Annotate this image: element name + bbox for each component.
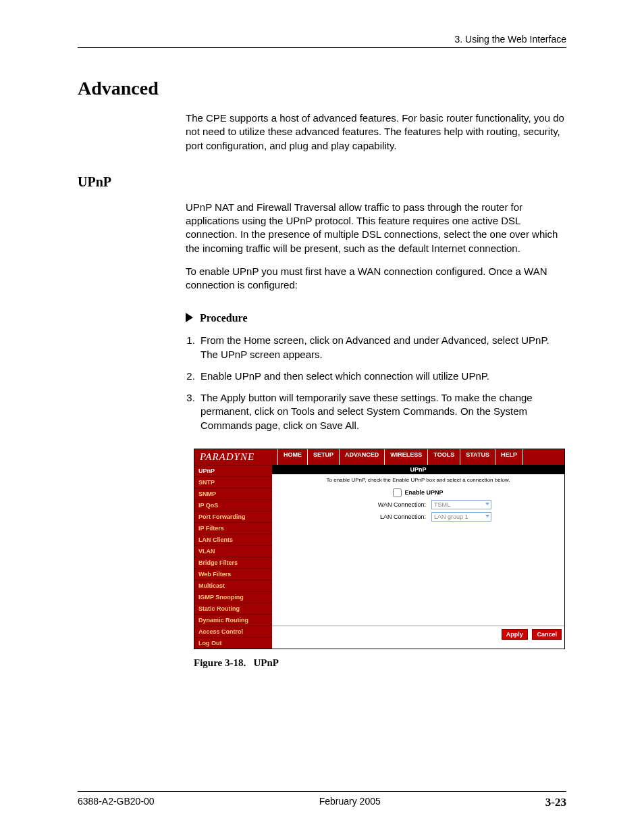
figure-title: UPnP [253, 657, 279, 668]
figure-caption: Figure 3-18. UPnP [194, 657, 566, 669]
tab-tools[interactable]: TOOLS [428, 449, 460, 465]
sidebar-item-multicast[interactable]: Multicast [194, 580, 272, 591]
sidebar-item-dynamic-routing[interactable]: Dynamic Routing [194, 614, 272, 626]
page-header: 3. Using the Web Interface [78, 34, 566, 48]
sidebar-item-upnp[interactable]: UPnP [194, 465, 272, 476]
upnp-paragraph-1: UPnP NAT and Firewall Traversal allow tr… [186, 201, 566, 255]
sidebar: UPnP SNTP SNMP IP QoS Port Forwarding IP… [194, 465, 272, 649]
procedure-list: From the Home screen, click on Advanced … [198, 334, 566, 432]
tab-home[interactable]: HOME [278, 449, 308, 465]
procedure-step: The Apply button will temporarily save t… [198, 391, 566, 432]
procedure-heading: Procedure [186, 312, 566, 324]
lan-connection-label: LAN Connection: [345, 513, 429, 520]
sidebar-item-log-out[interactable]: Log Out [194, 637, 272, 649]
triangle-icon [186, 313, 193, 322]
doc-number: 6388-A2-GB20-00 [78, 796, 155, 809]
sidebar-item-static-routing[interactable]: Static Routing [194, 603, 272, 614]
enable-upnp-checkbox[interactable] [393, 488, 402, 497]
doc-date: February 2005 [319, 796, 381, 809]
chapter-label: 3. Using the Web Interface [455, 34, 567, 45]
page-number: 3-23 [545, 796, 566, 809]
tab-wireless[interactable]: WIRELESS [385, 449, 428, 465]
pane-note: To enable UPnP, check the Enable UPnP bo… [272, 474, 564, 486]
sidebar-item-vlan[interactable]: VLAN [194, 545, 272, 557]
sidebar-item-snmp[interactable]: SNMP [194, 488, 272, 499]
intro-paragraph: The CPE supports a host of advanced feat… [186, 111, 566, 153]
cancel-button[interactable]: Cancel [532, 629, 562, 640]
logo: PARADYNE [194, 449, 278, 465]
apply-button[interactable]: Apply [502, 629, 528, 640]
tab-setup[interactable]: SETUP [308, 449, 340, 465]
sidebar-item-sntp[interactable]: SNTP [194, 476, 272, 488]
tab-help[interactable]: HELP [495, 449, 523, 465]
sidebar-item-web-filters[interactable]: Web Filters [194, 568, 272, 580]
procedure-label: Procedure [200, 312, 248, 324]
figure-number: Figure 3-18. [194, 657, 246, 668]
wan-connection-select[interactable]: TSML [431, 500, 491, 509]
sidebar-item-ip-filters[interactable]: IP Filters [194, 522, 272, 534]
procedure-step: From the Home screen, click on Advanced … [198, 334, 566, 361]
wan-connection-label: WAN Connection: [345, 501, 429, 508]
procedure-step: Enable UPnP and then select which connec… [198, 370, 566, 383]
lan-connection-select[interactable]: LAN group 1 [431, 512, 491, 522]
page-footer: 6388-A2-GB20-00 February 2005 3-23 [78, 791, 566, 809]
subsection-title: UPnP [78, 174, 566, 190]
sidebar-item-lan-clients[interactable]: LAN Clients [194, 534, 272, 545]
tab-advanced[interactable]: ADVANCED [340, 449, 385, 465]
section-title: Advanced [78, 78, 566, 99]
sidebar-item-igmp-snooping[interactable]: IGMP Snooping [194, 591, 272, 603]
upnp-paragraph-2: To enable UPnP you must first have a WAN… [186, 265, 566, 293]
top-tabs: HOME SETUP ADVANCED WIRELESS TOOLS STATU… [278, 449, 523, 465]
sidebar-item-port-forwarding[interactable]: Port Forwarding [194, 511, 272, 522]
enable-upnp-label: Enable UPNP [404, 489, 443, 496]
router-screenshot: PARADYNE HOME SETUP ADVANCED WIRELESS TO… [194, 449, 565, 649]
sidebar-item-ipqos[interactable]: IP QoS [194, 499, 272, 511]
tab-status[interactable]: STATUS [460, 449, 495, 465]
sidebar-item-bridge-filters[interactable]: Bridge Filters [194, 557, 272, 568]
pane-title: UPnP [272, 465, 564, 474]
sidebar-item-access-control[interactable]: Access Control [194, 626, 272, 637]
